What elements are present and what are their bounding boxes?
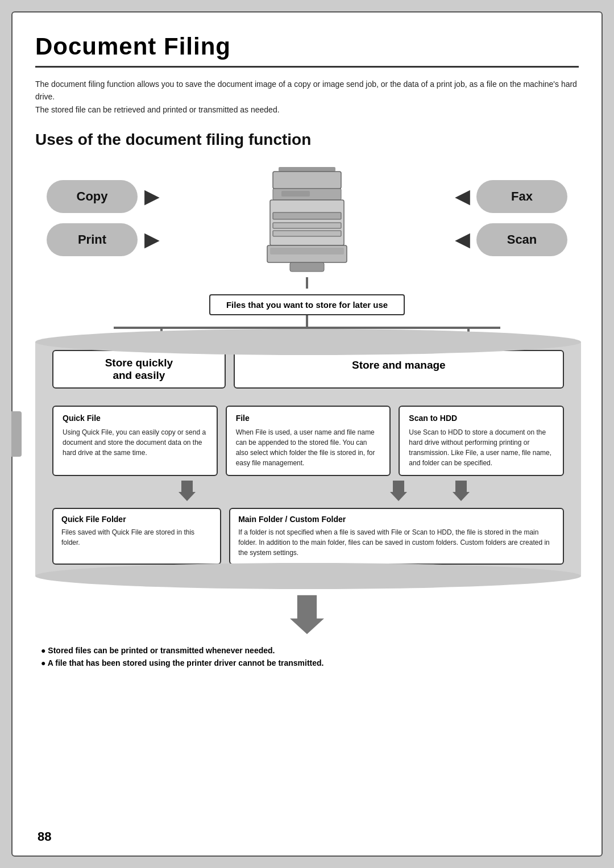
quick-file-folder-title: Quick File Folder [61,515,212,524]
files-label-container: Files that you want to store for later u… [35,294,579,315]
quick-file-box: Quick File Using Quick File, you can eas… [52,406,218,476]
bottom-notes: ● Stored files can be printed or transmi… [35,646,579,667]
store-manage-label: Store and manage [352,359,446,371]
intro-text: The document filing function allows you … [35,78,579,116]
copy-oval: Copy [47,180,138,213]
disk-bottom-ellipse [35,563,581,589]
fax-arrow: ◀ [455,186,470,207]
copy-arrow: ▶ [144,186,159,207]
store-manage-box: Store and manage [234,350,564,389]
top-connector [35,277,579,289]
svg-rect-10 [290,262,324,272]
v-line-top [306,277,308,289]
bottom-note-1: ● Stored files can be printed or transmi… [41,646,579,655]
scan-to-hdd-title: Scan to HDD [409,414,554,423]
print-arrow: ▶ [144,229,159,251]
svg-rect-9 [270,248,344,254]
main-folder-box: Main Folder / Custom Folder If a folder … [229,508,564,565]
svg-rect-5 [273,212,341,219]
file-text: When File is used, a user name and file … [236,427,381,468]
down-arrows-row [35,476,581,508]
scan-oval: Scan [476,223,567,256]
store-quickly-label: Store quickly and easily [105,357,173,381]
svg-rect-0 [279,167,335,172]
print-oval: Print [47,223,138,256]
print-row: Print ▶ [47,223,159,256]
scan-to-hdd-text: Use Scan to HDD to store a document on t… [409,427,554,468]
svg-rect-3 [281,191,310,197]
v-line-mid [306,315,308,327]
page-title: Document Filing [35,33,579,68]
svg-rect-7 [273,231,341,236]
fax-label: Fax [511,189,533,204]
quick-file-folder-box: Quick File Folder Files saved with Quick… [52,508,221,565]
scan-to-hdd-box: Scan to HDD Use Scan to HDD to store a d… [399,406,564,476]
section-title: Uses of the document filing function [35,131,579,149]
right-ovals: ◀ Fax ◀ Scan [455,180,567,256]
scan-label: Scan [507,232,537,247]
scan-row: ◀ Scan [455,223,567,256]
copy-row: Copy ▶ [47,180,159,213]
printer-image [256,161,358,275]
file-box: File When File is used, a user name and … [226,406,391,476]
disk-top-ellipse [35,329,581,355]
top-row: Copy ▶ Print ▶ [35,161,579,275]
main-folder-title: Main Folder / Custom Folder [238,515,555,524]
copy-label: Copy [77,189,108,204]
page: Document Filing The document filing func… [11,11,603,857]
arrow-down-left [69,481,304,503]
quick-file-text: Using Quick File, you can easily copy or… [63,427,208,458]
svg-rect-1 [273,172,341,189]
mid-connector [35,315,579,327]
print-label: Print [78,232,106,247]
store-quickly-box: Store quickly and easily [52,350,226,389]
file-title: File [236,414,381,423]
main-folder-text: If a folder is not specified when a file… [238,527,555,558]
side-tab [11,411,22,457]
quick-file-title: Quick File [63,414,208,423]
folder-boxes-row: Quick File Folder Files saved with Quick… [35,508,581,565]
store-boxes-row: Quick File Using Quick File, you can eas… [35,394,581,476]
svg-marker-13 [453,481,470,501]
diagram: Copy ▶ Print ▶ [35,161,579,667]
disk-body: Store quickly and easily Store and manag… [35,342,581,576]
quick-file-folder-text: Files saved with Quick File are stored i… [61,527,212,548]
svg-marker-11 [179,481,196,501]
printer-svg [256,161,358,275]
big-down-arrow-container [35,595,579,635]
big-down-arrow-svg [290,595,324,635]
arrow-down-center-group [312,481,547,503]
bottom-note-2: ● A file that has been stored using the … [41,658,579,667]
fax-oval: Fax [476,180,567,213]
page-number: 88 [38,829,51,844]
intro-line-2: The stored file can be retrieved and pri… [35,105,280,114]
intro-line-1: The document filing function allows you … [35,80,577,101]
scan-arrow: ◀ [455,229,470,251]
svg-marker-12 [390,481,407,501]
files-label: Files that you want to store for later u… [209,294,405,315]
fax-row: ◀ Fax [455,180,567,213]
svg-marker-14 [290,595,324,635]
svg-rect-6 [273,223,341,228]
left-ovals: Copy ▶ Print ▶ [47,180,159,256]
